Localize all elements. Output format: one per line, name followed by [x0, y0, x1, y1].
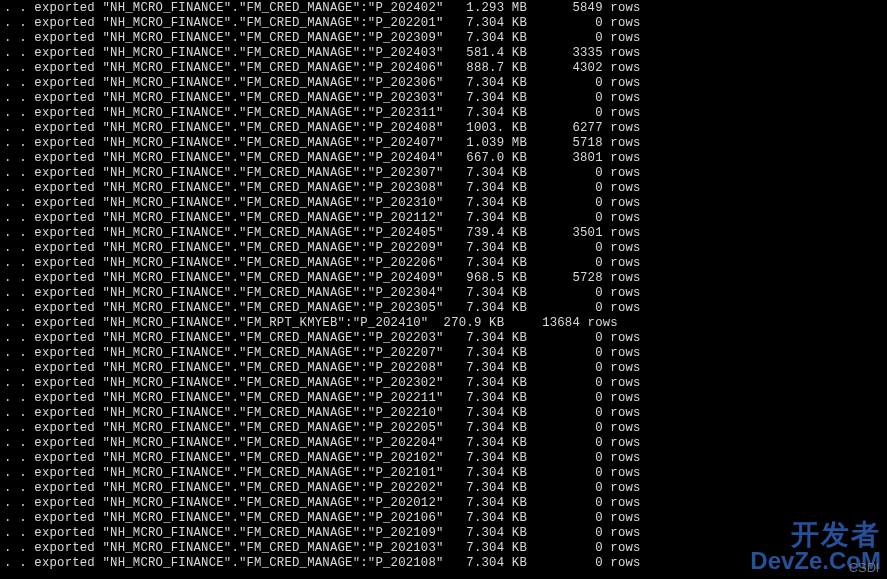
csdn-watermark: CSDl	[849, 560, 879, 575]
terminal-output: . . exported "NH_MCRO_FINANCE"."FM_CRED_…	[0, 0, 887, 571]
